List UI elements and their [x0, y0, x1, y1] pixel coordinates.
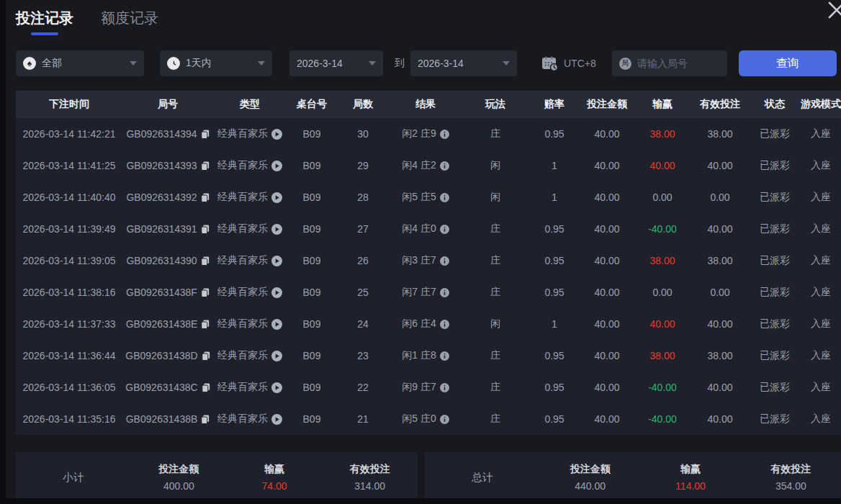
cell-odds: 1 [529, 318, 580, 330]
win-value: 0.00 [652, 287, 672, 298]
copy-icon[interactable] [202, 383, 210, 392]
result-value: 闲1 庄8 [402, 349, 436, 362]
search-button[interactable]: 查询 [739, 50, 837, 76]
round-search-box[interactable]: 局 [612, 50, 727, 76]
cell-play: 庄 [462, 381, 529, 394]
play-icon[interactable] [271, 192, 282, 203]
play-icon[interactable] [271, 256, 282, 266]
cell-time: 2026-03-14 11:37:33 [16, 318, 122, 330]
copy-icon[interactable] [201, 130, 210, 139]
timezone-label: UTC+8 [564, 58, 596, 69]
info-icon[interactable] [440, 415, 449, 424]
play-icon[interactable] [271, 319, 282, 330]
table_no-value: B09 [303, 382, 321, 393]
column-header: 局号 [122, 98, 213, 111]
status-value: 已派彩 [760, 381, 790, 394]
time-range-dropdown[interactable]: 1天内 [160, 50, 272, 76]
copy-icon[interactable] [201, 288, 210, 297]
cell-status: 已派彩 [749, 254, 801, 267]
date-from-picker[interactable]: 2026-3-14 [289, 50, 383, 76]
play-icon[interactable] [271, 161, 282, 171]
play-icon[interactable] [271, 351, 282, 361]
info-icon[interactable] [440, 161, 449, 171]
cell-bet: 40.00 [580, 350, 634, 361]
play-icon[interactable] [271, 129, 282, 140]
cell-bet: 40.00 [580, 413, 634, 425]
timezone-group[interactable]: UTC+8 [541, 56, 596, 71]
play-icon[interactable] [271, 224, 282, 235]
chevron-down-icon [258, 61, 265, 66]
table-row: 2026-03-14 11:37:33GB092631438E经典百家乐B092… [16, 308, 841, 340]
time-value: 2026-03-14 11:41:25 [23, 160, 116, 171]
bet-value: 40.00 [594, 255, 619, 266]
valid-value: 40.00 [707, 223, 732, 235]
copy-icon[interactable] [201, 161, 210, 171]
copy-icon[interactable] [201, 320, 210, 329]
cell-odds: 0.95 [529, 255, 580, 266]
cell-table_no: B09 [287, 255, 337, 266]
round_no-value: 23 [357, 350, 369, 361]
round_id-value: GB092631438F [126, 287, 197, 298]
subtotal-win-label: 输赢 [227, 463, 323, 476]
copy-icon[interactable] [201, 256, 210, 266]
cell-status: 已派彩 [749, 191, 801, 204]
type-value: 经典百家乐 [217, 381, 268, 394]
status-value: 已派彩 [760, 286, 790, 299]
table-row: 2026-03-14 11:41:25GB0926314393经典百家乐B092… [16, 150, 841, 181]
play-value: 庄 [490, 222, 500, 235]
round-search-input[interactable] [637, 58, 718, 69]
info-icon[interactable] [440, 351, 449, 361]
bet-value: 40.00 [594, 192, 619, 203]
copy-icon[interactable] [201, 193, 210, 202]
info-icon[interactable] [440, 256, 449, 266]
column-header: 玩法 [462, 98, 529, 111]
copy-icon[interactable] [202, 351, 210, 361]
cell-result: 闲7 庄7 [389, 286, 462, 299]
cell-time: 2026-03-14 11:41:25 [16, 160, 122, 171]
win-value: -40.00 [648, 223, 677, 235]
copy-icon[interactable] [201, 415, 210, 424]
tab-bet-records[interactable]: 投注记录 [16, 9, 73, 35]
info-icon[interactable] [440, 225, 449, 234]
bet-records-modal: 投注记录 额度记录 ♠ 全部 1天内 2026-3-14 到 2026-3- [6, 0, 841, 498]
game-type-dropdown[interactable]: ♠ 全部 [16, 50, 144, 76]
date-from-value: 2026-3-14 [297, 58, 343, 69]
play-icon[interactable] [271, 287, 282, 298]
column-header: 赔率 [529, 98, 580, 111]
win-value: 40.00 [649, 160, 675, 171]
cell-table_no: B09 [287, 350, 337, 361]
type-value: 经典百家乐 [217, 159, 268, 172]
cell-result: 闲5 庄0 [389, 413, 462, 426]
mode-value: 入座 [811, 286, 831, 299]
tab-bet-records-label: 投注记录 [16, 10, 73, 26]
play-icon[interactable] [271, 414, 282, 425]
time-value: 2026-03-14 11:39:49 [23, 223, 116, 235]
info-icon[interactable] [440, 320, 449, 329]
tab-bar: 投注记录 额度记录 [16, 9, 158, 35]
total-valid-label: 有效投注 [741, 463, 841, 476]
valid-value: 40.00 [707, 382, 732, 393]
info-icon[interactable] [440, 130, 449, 139]
close-icon[interactable] [827, 0, 841, 23]
total-bet-value: 440.00 [540, 480, 640, 492]
play-value: 庄 [490, 349, 500, 362]
column-header: 局数 [337, 98, 389, 111]
play-icon[interactable] [271, 382, 282, 393]
table-row: 2026-03-14 11:40:40GB0926314392经典百家乐B092… [16, 181, 841, 213]
clock-icon [167, 57, 180, 70]
table-row: 2026-03-14 11:36:05GB092631438C经典百家乐B092… [16, 372, 841, 403]
mode-value: 入座 [811, 381, 831, 394]
subtotal-valid: 有效投注 314.00 [322, 463, 418, 492]
tab-quota-records[interactable]: 额度记录 [101, 9, 158, 35]
win-value: 38.00 [649, 350, 675, 361]
valid-value: 40.00 [707, 413, 732, 425]
date-to-picker[interactable]: 2026-3-14 [410, 50, 517, 76]
copy-icon[interactable] [201, 225, 210, 234]
mode-value: 入座 [811, 191, 831, 204]
info-icon[interactable] [440, 193, 449, 202]
info-icon[interactable] [440, 288, 449, 297]
play-value: 庄 [490, 413, 500, 426]
subtotal-win: 输赢 74.00 [227, 463, 323, 492]
info-icon[interactable] [440, 383, 449, 392]
cell-bet: 40.00 [580, 382, 634, 393]
